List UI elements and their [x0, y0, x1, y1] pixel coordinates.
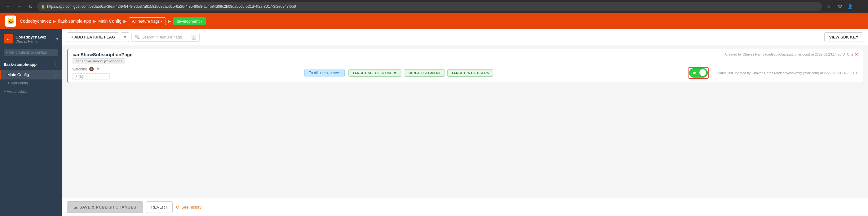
app-name-label: flask-sample-app: [4, 62, 37, 67]
serve-label: To all users, serve:: [304, 69, 345, 77]
flag-right-col: On Value last updated by Chavez Harris (…: [688, 67, 858, 79]
watching-label: watching: [72, 67, 87, 71]
all-flags-dropdown[interactable]: All feature flags ▾: [129, 17, 166, 25]
target-segment-button[interactable]: TARGET SEGMENT: [404, 69, 445, 77]
flag-card-top-row: canShowSubscriptionPage canshowsubscript…: [68, 49, 863, 64]
bookmark-icon[interactable]: ☆: [827, 4, 831, 9]
content-area: + ADD FEATURE FLAG ▾ 🔍 / ≡ VIEW SDK KEY: [62, 29, 868, 216]
target-buttons: TARGET SPECIFIC USERS TARGET SEGMENT TAR…: [348, 69, 493, 77]
cloud-icon: ☁: [73, 205, 78, 210]
user-info: Codedbychavez Chavez Harris: [16, 35, 46, 43]
user-subtitle: Chavez Harris: [16, 39, 46, 43]
toggle-container[interactable]: On: [689, 68, 708, 78]
filter-input[interactable]: [4, 49, 58, 56]
flag-top-actions: Created by Chavez Harris (codedbychavez@…: [725, 52, 858, 57]
info-icon[interactable]: ℹ: [851, 52, 853, 57]
toggle-wrapper: On: [688, 67, 709, 79]
flag-card: canShowSubscriptionPage canshowsubscript…: [67, 49, 863, 83]
nav-logo: 🐱: [5, 16, 16, 27]
flag-name[interactable]: canShowSubscriptionPage: [72, 52, 725, 57]
config-name-label: Main Config: [7, 72, 29, 77]
flag-created-meta: Created by Chavez Harris (codedbychavez@…: [725, 52, 849, 57]
reload-button[interactable]: ↻: [26, 2, 35, 11]
hamburger-menu-button[interactable]: ≡: [202, 33, 211, 42]
add-tag-button[interactable]: + tag: [72, 73, 110, 79]
browser-actions: 🛡 👤 ⋮: [836, 2, 864, 11]
breadcrumb-sep-3: ▶: [123, 19, 127, 24]
sidebar-logo: #: [4, 34, 13, 44]
app-options-icon[interactable]: ⋮: [53, 61, 58, 68]
sidebar-item-main-config[interactable]: Main Config ⋮: [0, 70, 62, 79]
toggle-on-label: On: [692, 71, 696, 75]
top-nav: 🐱 Codedbychavez ▶ flask-sample-app ▶ Mai…: [0, 13, 868, 29]
extensions-btn[interactable]: 🛡: [836, 2, 844, 11]
toolbar: + ADD FEATURE FLAG ▾ 🔍 / ≡ VIEW SDK KEY: [62, 29, 868, 45]
flag-pin-icon[interactable]: ⚑: [96, 66, 101, 72]
flag-watchers: watching 🔕 ⚑: [72, 66, 110, 72]
config-options-icon[interactable]: ⋮: [53, 72, 58, 78]
add-product-link[interactable]: + Add product: [0, 87, 62, 96]
breadcrumb-org[interactable]: Codedbychavez: [20, 19, 51, 24]
view-sdk-key-button[interactable]: VIEW SDK KEY: [824, 32, 863, 42]
sidebar-filter-container: [0, 46, 62, 59]
target-specific-users-button[interactable]: TARGET SPECIFIC USERS: [348, 69, 401, 77]
bottom-bar: ☁ SAVE & PUBLISH CHANGES REVERT ↺ See hi…: [62, 198, 868, 216]
breadcrumb: Codedbychavez ▶ flask-sample-app ▶ Main …: [20, 17, 863, 25]
url-text: https://app.configcat.com/08da50c5-3fea-…: [47, 4, 818, 9]
sidebar-item-app[interactable]: flask-sample-app ⋮: [0, 59, 62, 70]
environment-dropdown[interactable]: development ▾: [173, 17, 206, 25]
flag-center-col: To all users, serve: TARGET SPECIFIC USE…: [114, 69, 684, 77]
add-flag-dropdown-button[interactable]: ▾: [122, 32, 129, 42]
save-publish-button[interactable]: ☁ SAVE & PUBLISH CHANGES: [67, 201, 143, 213]
flag-key-badge: canshowsubscriptionpage: [72, 58, 125, 64]
breadcrumb-app[interactable]: flask-sample-app: [58, 19, 91, 24]
toggle-slider[interactable]: On: [689, 68, 708, 78]
logo-icon: 🐱: [5, 16, 16, 27]
profile-btn[interactable]: 👤: [846, 2, 855, 11]
revert-button[interactable]: REVERT: [146, 201, 173, 213]
forward-button[interactable]: →: [15, 2, 24, 11]
search-box[interactable]: 🔍 /: [131, 33, 199, 42]
env-chevron-icon: ▾: [201, 20, 203, 23]
search-icon: 🔍: [135, 35, 140, 39]
breadcrumb-sep-4: ▶: [168, 19, 171, 24]
main-layout: # Codedbychavez Chavez Harris ▾ flask-sa…: [0, 29, 868, 216]
add-config-link[interactable]: + Add config: [0, 79, 62, 87]
history-icon: ↺: [176, 205, 180, 210]
search-input[interactable]: [142, 35, 190, 39]
lock-icon: 🔒: [41, 5, 45, 9]
search-kbd-hint: /: [192, 35, 196, 40]
add-flag-button[interactable]: + ADD FEATURE FLAG: [67, 32, 119, 42]
close-icon[interactable]: ✕: [855, 52, 858, 57]
sidebar-expand-icon[interactable]: ▾: [56, 36, 58, 41]
breadcrumb-config[interactable]: Main Config: [98, 19, 122, 24]
watch-bell-icon[interactable]: 🔕: [88, 66, 95, 72]
user-name: Codedbychavez: [16, 35, 46, 39]
sidebar: # Codedbychavez Chavez Harris ▾ flask-sa…: [0, 29, 62, 216]
flag-info: canShowSubscriptionPage canshowsubscript…: [72, 52, 725, 64]
browser-chrome: ← → ↻ 🔒 https://app.configcat.com/08da50…: [0, 0, 868, 13]
flag-card-body: watching 🔕 ⚑ + tag To all users, serve: …: [68, 64, 863, 83]
chevron-down-icon: ▾: [161, 20, 162, 23]
flags-container: canShowSubscriptionPage canshowsubscript…: [62, 45, 868, 198]
see-history-button[interactable]: ↺ See history: [176, 205, 202, 210]
breadcrumb-sep-2: ▶: [93, 19, 96, 24]
app-container: 🐱 Codedbychavez ▶ flask-sample-app ▶ Mai…: [0, 13, 868, 216]
flag-value-meta: Value last updated by Chavez Harris (cod…: [718, 71, 858, 75]
address-bar[interactable]: 🔒 https://app.configcat.com/08da50c5-3fe…: [37, 2, 822, 11]
flag-left-col: watching 🔕 ⚑ + tag: [72, 66, 110, 79]
value-updated-meta: Value last updated by Chavez Harris (cod…: [718, 71, 858, 75]
back-button[interactable]: ←: [4, 2, 12, 11]
breadcrumb-sep-1: ▶: [53, 19, 56, 24]
settings-btn[interactable]: ⋮: [856, 2, 864, 11]
target-pct-users-button[interactable]: TARGET % OF USERS: [447, 69, 493, 77]
